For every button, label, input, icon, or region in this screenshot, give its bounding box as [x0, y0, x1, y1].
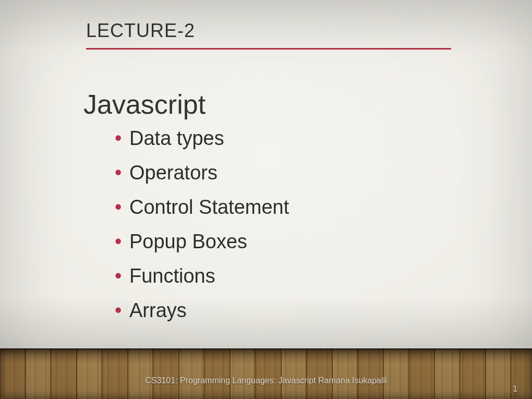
- bullet-item: Control Statement: [115, 197, 289, 217]
- bullet-item: Functions: [115, 266, 289, 286]
- footer-course-line: CS3101: Programming Languages: Javascrip…: [0, 376, 532, 385]
- bullet-item: Popup Boxes: [115, 232, 289, 251]
- bullet-item: Data types: [115, 128, 289, 148]
- floor-texture: [0, 348, 532, 399]
- slide-subtitle: Javascript: [83, 89, 205, 120]
- slide-title: LECTURE-2: [86, 20, 451, 42]
- bullet-item: Operators: [115, 163, 289, 183]
- slide: LECTURE-2 Javascript Data types Operator…: [0, 0, 532, 399]
- bullet-list: Data types Operators Control Statement P…: [115, 128, 289, 335]
- slide-header: LECTURE-2: [86, 20, 451, 50]
- bullet-item: Arrays: [115, 300, 289, 320]
- page-number: 1: [513, 384, 517, 394]
- title-underline: [86, 48, 451, 50]
